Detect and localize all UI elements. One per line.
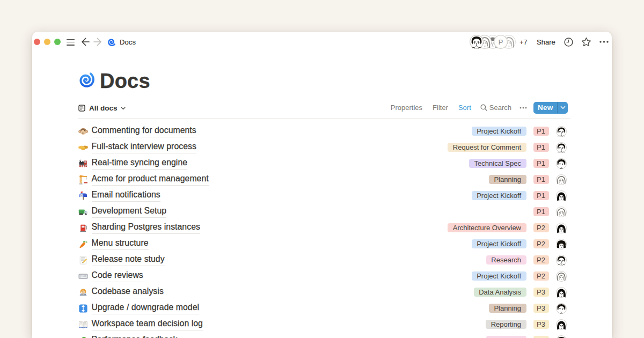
svg-text:P: P — [499, 38, 503, 46]
